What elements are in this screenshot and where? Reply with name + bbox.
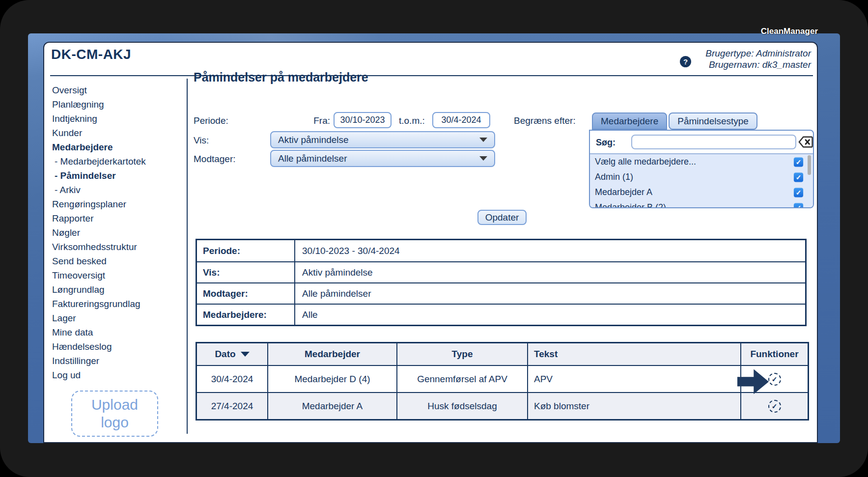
employee-label: Admin (1): [595, 172, 633, 182]
pointer-arrow-icon: [737, 368, 769, 395]
sidebar-item[interactable]: Lager: [52, 311, 182, 325]
sidebar-item[interactable]: Planlægning: [52, 97, 182, 112]
sidebar-item[interactable]: Indtjekning: [52, 112, 182, 126]
employee-list: Vælg alle medarbejdere... ✓ Admin (1) ✓ …: [590, 153, 813, 208]
summary-row: Periode: 30/10-2023 - 30/4-2024: [197, 240, 805, 261]
summary-value: Aktiv påmindelse: [295, 262, 805, 282]
chevron-down-icon: [479, 138, 487, 142]
sidebar-item[interactable]: Hændelseslog: [52, 339, 182, 354]
upload-logo-button[interactable]: Upload logo: [71, 391, 158, 437]
summary-row: Medarbejdere: Alle: [197, 304, 805, 325]
begraens-label: Begræns efter:: [514, 115, 576, 126]
content-divider: [187, 79, 188, 434]
sidebar-menu: OversigtPlanlægningIndtjekningKunderMeda…: [52, 83, 182, 382]
column-header-funktioner: Funktioner: [740, 343, 808, 365]
sidebar-item[interactable]: Rengøringsplaner: [52, 197, 182, 211]
checkbox-checked-icon[interactable]: ✓: [794, 203, 803, 208]
sidebar-item[interactable]: Rapporter: [52, 211, 182, 225]
reminder-employee: Medarbejder A: [267, 393, 396, 419]
vis-label: Vis:: [194, 135, 209, 146]
employee-label: Vælg alle medarbejdere...: [595, 157, 696, 167]
employee-label: Medarbejder B (2): [595, 202, 666, 208]
filter-summary-table: Periode: 30/10-2023 - 30/4-2024 Vis: Akt…: [196, 239, 807, 326]
reminder-type: Gennemførsel af APV: [396, 366, 527, 392]
summary-label: Medarbejdere:: [197, 305, 295, 325]
filter-tab[interactable]: Medarbejdere: [592, 112, 667, 130]
sidebar-item[interactable]: Oversigt: [52, 83, 182, 97]
reminder-text: Køb blomster: [527, 393, 740, 419]
update-button[interactable]: Opdater: [477, 210, 527, 225]
checkbox-checked-icon[interactable]: ✓: [794, 188, 803, 197]
sidebar-item[interactable]: - Arkiv: [52, 183, 182, 197]
sidebar-item[interactable]: - Medarbejderkartotek: [52, 154, 182, 168]
sidebar-item[interactable]: Kunder: [52, 126, 182, 140]
vis-dropdown-value: Aktiv påmindelse: [278, 135, 349, 145]
reminder-text: APV: [527, 366, 740, 392]
summary-value: Alle: [295, 305, 805, 325]
page-title: Påmindelser på medarbejdere: [194, 70, 368, 84]
reminder-type: Husk fødselsdag: [396, 393, 527, 419]
fra-date-input[interactable]: [334, 112, 392, 128]
employee-list-item[interactable]: Medarbejder A ✓: [590, 185, 813, 200]
help-icon[interactable]: ?: [680, 56, 691, 67]
summary-label: Vis:: [197, 262, 295, 282]
column-header-medarbejder: Medarbejder: [267, 343, 396, 365]
chevron-down-icon: [479, 156, 487, 161]
reminder-actions-cell: ✓: [740, 393, 808, 419]
periode-label: Periode:: [194, 115, 228, 126]
modtager-label: Modtager:: [194, 154, 236, 165]
sidebar-item[interactable]: Nøgler: [52, 225, 182, 240]
vis-dropdown[interactable]: Aktiv påmindelse: [270, 131, 495, 148]
column-header-tekst: Tekst: [527, 343, 740, 365]
sidebar-item[interactable]: Faktureringsgrundlag: [52, 297, 182, 311]
app-window: CleanManager DK-CM-AKJ ? Brugertype: Adm…: [0, 0, 868, 477]
header-divider: [50, 75, 813, 76]
tom-date-input[interactable]: [432, 112, 490, 128]
reminder-actions-cell: ✓: [740, 366, 808, 392]
fra-label: Fra:: [300, 115, 330, 126]
sidebar-item[interactable]: Timeoversigt: [52, 268, 182, 282]
sidebar-item[interactable]: Virksomhedsstruktur: [52, 240, 182, 254]
sidebar-item[interactable]: Indstillinger: [52, 354, 182, 368]
sidebar-item[interactable]: Medarbejdere: [52, 140, 182, 154]
company-title: DK-CM-AKJ: [51, 47, 131, 62]
reminder-date: 27/4-2024: [197, 393, 267, 419]
sort-descending-icon: [241, 352, 250, 357]
employee-list-item[interactable]: Vælg alle medarbejdere... ✓: [590, 154, 813, 169]
brand-logo: CleanManager: [761, 27, 818, 36]
employee-filter-panel: Søg: Vælg alle medarbejdere... ✓ Admin (…: [589, 130, 814, 208]
column-header-dato[interactable]: Dato: [197, 343, 267, 365]
reminders-table-header: Dato Medarbejder Type Tekst Funktioner: [197, 343, 808, 366]
complete-reminder-icon[interactable]: ✓: [768, 400, 781, 413]
reminder-row: 27/4-2024 Medarbejder A Husk fødselsdag …: [197, 392, 808, 419]
modtager-dropdown[interactable]: Alle påmindelser: [270, 150, 495, 167]
filter-tab[interactable]: Påmindelsestype: [669, 112, 757, 130]
tom-label: t.o.m.:: [399, 115, 425, 126]
employee-list-item[interactable]: Admin (1) ✓: [590, 169, 813, 185]
sidebar-item[interactable]: Løngrundlag: [52, 282, 182, 297]
search-label: Søg:: [596, 138, 616, 148]
summary-value: Alle påmindelser: [295, 283, 805, 304]
column-header-type: Type: [396, 343, 527, 365]
reminder-row: 30/4-2024 Medarbejder D (4) Gennemførsel…: [197, 366, 808, 392]
sidebar-item[interactable]: Mine data: [52, 325, 182, 339]
sidebar-item[interactable]: Log ud: [52, 368, 182, 382]
summary-value: 30/10-2023 - 30/4-2024: [295, 240, 805, 261]
user-name: Brugernavn: dk3_master: [705, 59, 811, 70]
search-input[interactable]: [631, 135, 796, 149]
reminders-table-body: 30/4-2024 Medarbejder D (4) Gennemførsel…: [197, 366, 808, 419]
employee-list-item[interactable]: Medarbejder B (2) ✓: [590, 200, 813, 208]
clear-search-icon[interactable]: [798, 136, 813, 148]
checkbox-checked-icon[interactable]: ✓: [794, 172, 803, 182]
user-info: Brugertype: Administrator Brugernavn: dk…: [705, 48, 811, 70]
user-type: Brugertype: Administrator: [705, 48, 811, 59]
checkbox-checked-icon[interactable]: ✓: [794, 157, 803, 167]
complete-reminder-icon[interactable]: ✓: [768, 373, 781, 386]
sidebar-item[interactable]: Send besked: [52, 254, 182, 268]
list-scrollbar[interactable]: [808, 155, 811, 175]
employee-label: Medarbejder A: [595, 187, 652, 197]
sidebar-item[interactable]: - Påmindelser: [52, 168, 182, 183]
summary-row: Modtager: Alle påmindelser: [197, 282, 805, 304]
main-panel: DK-CM-AKJ ? Brugertype: Administrator Br…: [43, 42, 818, 443]
summary-label: Modtager:: [197, 283, 295, 304]
